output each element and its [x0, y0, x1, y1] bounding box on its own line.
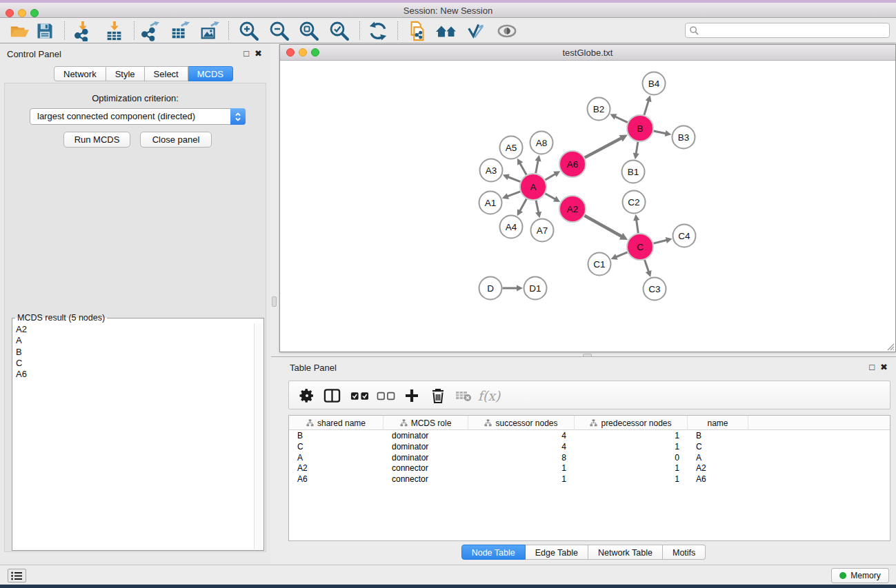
table-cell[interactable]: 1 [575, 463, 688, 474]
result-item[interactable]: A2 [14, 324, 253, 335]
graph-edge-C-C1[interactable] [616, 252, 628, 257]
graph-edge-A2-C[interactable] [584, 216, 621, 236]
graph-edge-A-A4[interactable] [520, 199, 527, 212]
table-cell[interactable]: 1 [575, 474, 688, 485]
memory-button[interactable]: Memory [831, 568, 889, 583]
table-cell[interactable]: B [688, 431, 748, 442]
graph-edge-A-A6[interactable] [545, 174, 555, 180]
splitter-handle-vertical[interactable] [272, 296, 277, 307]
table-row-C[interactable]: Cdominator41C [289, 442, 890, 453]
tab-mcds[interactable]: MCDS [188, 66, 233, 81]
graph-edge-B-B4[interactable] [644, 101, 648, 115]
zoom-in-button[interactable] [237, 21, 261, 41]
import-network-button[interactable] [71, 21, 94, 41]
table-cell[interactable]: connector [384, 463, 468, 474]
close-panel-icon[interactable]: ✖ [255, 48, 262, 59]
table-cell[interactable]: A2 [688, 463, 748, 474]
tab-node-table[interactable]: Node Table [461, 545, 526, 560]
zoom-selected-button[interactable] [328, 21, 351, 41]
resize-grip-icon[interactable] [885, 341, 895, 351]
deselect-all-rows-button[interactable] [375, 385, 397, 407]
table-cell[interactable]: dominator [384, 442, 468, 453]
table-cell[interactable]: 4 [468, 442, 575, 453]
table-cell[interactable]: 1 [575, 431, 688, 442]
graph-edge-C-C4[interactable] [653, 240, 666, 243]
column-visibility-button[interactable] [321, 385, 343, 407]
table-row-B[interactable]: Bdominator41B [289, 431, 890, 442]
home-layout-button[interactable] [435, 21, 458, 41]
import-table-button[interactable] [103, 21, 126, 41]
table-cell[interactable]: 8 [468, 453, 575, 464]
show-graphics-details-button[interactable] [495, 21, 519, 41]
select-all-rows-button[interactable] [348, 385, 370, 407]
table-cell[interactable]: 1 [575, 442, 688, 453]
run-mcds-button[interactable]: Run MCDS [63, 132, 130, 148]
float-panel-icon[interactable]: □ [869, 362, 875, 372]
close-panel-icon[interactable]: ✖ [880, 362, 888, 372]
table-cell[interactable]: dominator [384, 453, 468, 464]
optimization-criterion-select[interactable]: largest connected component (directed) [30, 108, 246, 125]
float-panel-icon[interactable]: □ [243, 48, 249, 59]
tab-edge-table[interactable]: Edge Table [526, 545, 588, 560]
table-cell[interactable]: 0 [575, 453, 688, 464]
column-header-shared-name[interactable]: shared name [289, 416, 384, 430]
clone-network-button[interactable] [406, 21, 429, 41]
export-image-button[interactable] [198, 21, 221, 41]
graph-edge-B-B2[interactable] [615, 116, 628, 123]
table-cell[interactable]: connector [384, 474, 468, 485]
table-cell[interactable]: A6 [688, 474, 748, 485]
network-canvas[interactable]: B4B2BB3A8A5A6A3B1AC2A1A2A4A7C4CC1DD1C3 [280, 61, 895, 352]
result-item[interactable]: C [14, 358, 253, 369]
hide-graphics-details-button[interactable] [464, 21, 488, 41]
result-scrollbar[interactable] [254, 323, 263, 549]
open-session-button[interactable] [8, 21, 31, 41]
graph-edge-A-A3[interactable] [508, 177, 520, 182]
column-header-successor-nodes[interactable]: successor nodes [468, 416, 575, 430]
tab-network-table[interactable]: Network Table [588, 545, 663, 560]
graph-edge-A-A1[interactable] [507, 192, 520, 196]
table-cell[interactable]: C [688, 442, 748, 453]
column-header-predecessor-nodes[interactable]: predecessor nodes [575, 416, 688, 430]
table-cell[interactable]: dominator [384, 431, 468, 442]
export-network-button[interactable] [139, 21, 162, 41]
column-header-MCDS-role[interactable]: MCDS role [384, 416, 468, 430]
graph-edge-A-A8[interactable] [536, 161, 539, 174]
table-cell[interactable]: A [289, 453, 384, 464]
graph-edge-B-B3[interactable] [654, 131, 666, 134]
result-item[interactable]: B [14, 347, 253, 358]
graph-edge-C-C3[interactable] [645, 260, 649, 272]
zoom-fit-button[interactable] [297, 21, 321, 41]
table-cell[interactable]: C [289, 442, 384, 453]
refresh-layout-button[interactable] [366, 21, 390, 41]
table-row-A2[interactable]: A2connector11A2 [289, 463, 890, 474]
table-settings-button[interactable] [296, 385, 318, 407]
graph-edge-B-B1[interactable] [636, 142, 638, 154]
graph-edge-A-A7[interactable] [536, 201, 539, 213]
result-item[interactable]: A6 [14, 369, 253, 380]
tab-motifs[interactable]: Motifs [663, 545, 706, 560]
table-cell[interactable]: A [688, 453, 748, 464]
graph-edge-A6-B[interactable] [585, 138, 621, 157]
table-cell[interactable]: 4 [468, 431, 575, 442]
task-history-button[interactable] [8, 569, 26, 582]
table-cell[interactable]: B [289, 431, 384, 442]
close-panel-button[interactable]: Close panel [140, 132, 212, 148]
zoom-out-button[interactable] [268, 21, 291, 41]
export-table-button[interactable] [168, 21, 192, 41]
column-header-name[interactable]: name [688, 416, 748, 430]
result-item[interactable]: A [14, 335, 253, 346]
table-cell[interactable]: 1 [468, 463, 575, 474]
tab-select[interactable]: Select [145, 66, 188, 81]
table-row-A[interactable]: Adominator80A [289, 453, 890, 464]
table-cell[interactable]: A6 [289, 474, 384, 485]
graph-edge-A-A5[interactable] [520, 163, 526, 175]
save-session-button[interactable] [33, 21, 57, 41]
graph-edge-A-A2[interactable] [545, 194, 555, 199]
delete-column-button[interactable] [427, 385, 449, 407]
add-column-button[interactable] [401, 385, 423, 407]
tab-style[interactable]: Style [106, 66, 145, 81]
table-cell[interactable]: A2 [289, 463, 384, 474]
table-cell[interactable]: 1 [468, 474, 575, 485]
search-input[interactable] [699, 24, 889, 37]
table-row-A6[interactable]: A6connector11A6 [289, 474, 890, 485]
